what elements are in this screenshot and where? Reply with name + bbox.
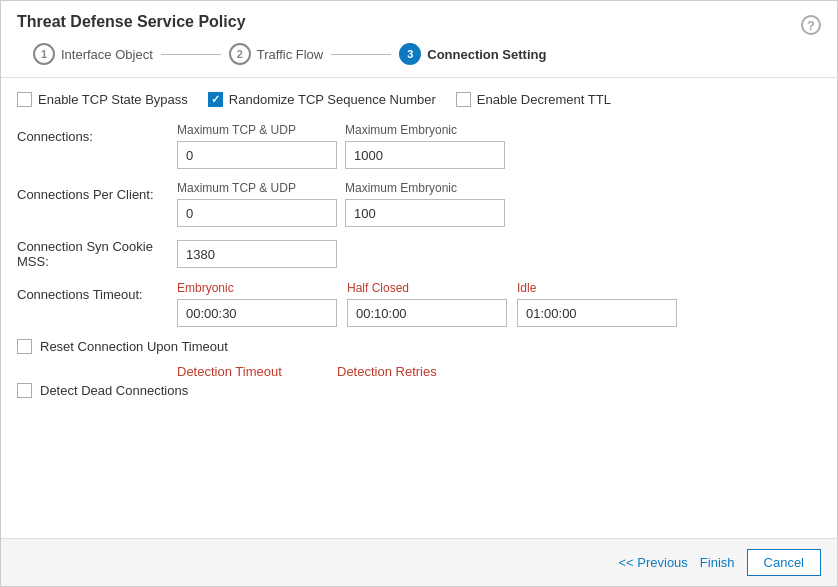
previous-button[interactable]: << Previous (618, 555, 687, 570)
randomize-tcp-checkbox[interactable] (208, 92, 223, 107)
detection-timeout-header: Detection Timeout (177, 364, 337, 379)
connections-per-client-label: Connections Per Client: (17, 181, 177, 202)
per-client-embryonic-input[interactable] (345, 199, 505, 227)
dialog: Threat Defense Service Policy 1 Interfac… (0, 0, 838, 587)
tcp-state-bypass-checkbox[interactable] (17, 92, 32, 107)
detect-dead-label: Detect Dead Connections (40, 383, 188, 398)
dialog-body: Enable TCP State Bypass Randomize TCP Se… (1, 78, 837, 538)
step-3-label: Connection Setting (427, 47, 546, 62)
step-3-circle: 3 (399, 43, 421, 65)
connections-tcp-udp-sub-label: Maximum TCP & UDP (177, 123, 337, 137)
body-scroll[interactable]: Enable TCP State Bypass Randomize TCP Se… (1, 78, 837, 538)
per-client-tcp-udp-sub-label: Maximum TCP & UDP (177, 181, 337, 195)
reset-connection-checkbox[interactable] (17, 339, 32, 354)
tcp-state-bypass-check[interactable]: Enable TCP State Bypass (17, 92, 188, 107)
step-1-circle: 1 (33, 43, 55, 65)
syn-cookie-label: Connection Syn Cookie MSS: (17, 239, 177, 269)
per-client-embryonic-sub-label: Maximum Embryonic (345, 181, 505, 195)
embryonic-timeout-group: Embryonic (177, 281, 337, 327)
timeout-fields: Embryonic Half Closed Idle (177, 281, 677, 327)
idle-timeout-sub-label: Idle (517, 281, 677, 295)
per-client-tcp-udp-input[interactable] (177, 199, 337, 227)
dialog-footer: << Previous Finish Cancel (1, 538, 837, 586)
decrement-ttl-checkbox[interactable] (456, 92, 471, 107)
connections-tcp-udp-input[interactable] (177, 141, 337, 169)
per-client-embryonic-group: Maximum Embryonic (345, 181, 505, 227)
step-3[interactable]: 3 Connection Setting (399, 43, 546, 65)
step-line-2 (331, 54, 391, 55)
detection-retries-header: Detection Retries (337, 364, 497, 379)
embryonic-timeout-input[interactable] (177, 299, 337, 327)
step-2[interactable]: 2 Traffic Flow (229, 43, 323, 65)
cancel-button[interactable]: Cancel (747, 549, 821, 576)
connections-section: Connections: Maximum TCP & UDP Maximum E… (17, 123, 821, 169)
randomize-tcp-check[interactable]: Randomize TCP Sequence Number (208, 92, 436, 107)
decrement-ttl-label: Enable Decrement TTL (477, 92, 611, 107)
decrement-ttl-check[interactable]: Enable Decrement TTL (456, 92, 611, 107)
step-1[interactable]: 1 Interface Object (33, 43, 153, 65)
half-closed-timeout-input[interactable] (347, 299, 507, 327)
dialog-header: Threat Defense Service Policy 1 Interfac… (1, 1, 837, 78)
half-closed-timeout-sub-label: Half Closed (347, 281, 507, 295)
timeout-label: Connections Timeout: (17, 281, 177, 302)
detect-dead-row: Detect Dead Connections (17, 383, 821, 398)
detect-headers-row: Detection Timeout Detection Retries (17, 364, 821, 379)
connections-embryonic-sub-label: Maximum Embryonic (345, 123, 505, 137)
connections-embryonic-input[interactable] (345, 141, 505, 169)
help-icon[interactable]: ? (801, 15, 821, 35)
embryonic-timeout-sub-label: Embryonic (177, 281, 337, 295)
steps-bar: 1 Interface Object 2 Traffic Flow 3 Conn… (17, 43, 562, 77)
detect-dead-checkbox[interactable] (17, 383, 32, 398)
connections-tcp-udp-group: Maximum TCP & UDP (177, 123, 337, 169)
checkboxes-row: Enable TCP State Bypass Randomize TCP Se… (17, 92, 821, 107)
per-client-tcp-udp-group: Maximum TCP & UDP (177, 181, 337, 227)
syn-cookie-section: Connection Syn Cookie MSS: (17, 239, 821, 269)
reset-connection-row: Reset Connection Upon Timeout (17, 339, 821, 354)
tcp-state-bypass-label: Enable TCP State Bypass (38, 92, 188, 107)
connections-label: Connections: (17, 123, 177, 144)
step-1-label: Interface Object (61, 47, 153, 62)
connections-per-client-section: Connections Per Client: Maximum TCP & UD… (17, 181, 821, 227)
connections-fields: Maximum TCP & UDP Maximum Embryonic (177, 123, 821, 169)
half-closed-timeout-group: Half Closed (347, 281, 507, 327)
connections-embryonic-group: Maximum Embryonic (345, 123, 505, 169)
dialog-title: Threat Defense Service Policy (17, 13, 562, 31)
idle-timeout-group: Idle (517, 281, 677, 327)
syn-cookie-input[interactable] (177, 240, 337, 268)
reset-connection-label: Reset Connection Upon Timeout (40, 339, 228, 354)
step-2-circle: 2 (229, 43, 251, 65)
idle-timeout-input[interactable] (517, 299, 677, 327)
step-2-label: Traffic Flow (257, 47, 323, 62)
connections-per-client-fields: Maximum TCP & UDP Maximum Embryonic (177, 181, 821, 227)
timeout-section: Connections Timeout: Embryonic Half Clos… (17, 281, 821, 327)
randomize-tcp-label: Randomize TCP Sequence Number (229, 92, 436, 107)
step-line-1 (161, 54, 221, 55)
finish-button[interactable]: Finish (700, 555, 735, 570)
